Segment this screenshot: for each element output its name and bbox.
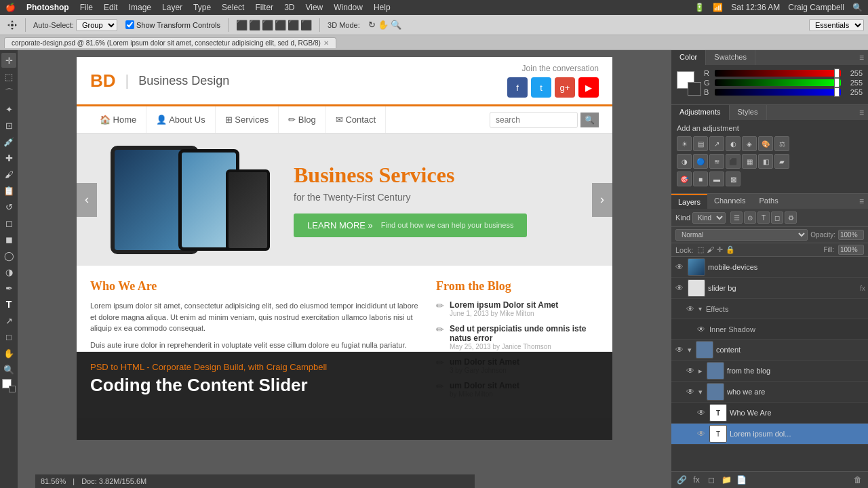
add-mask-icon[interactable]: ◻ [705, 474, 717, 486]
filter-type-icon[interactable]: T [757, 211, 770, 224]
marquee-tool-icon[interactable]: ⬚ [1, 69, 16, 84]
crop-tool-icon[interactable]: ⊡ [1, 118, 16, 133]
gradient-map-icon[interactable]: ▰ [774, 154, 789, 169]
zoom-tool-icon[interactable]: 🔍 [1, 362, 16, 377]
eraser-icon[interactable]: ◻ [1, 216, 16, 230]
gradient-icon[interactable]: ◼ [1, 232, 16, 247]
tab-styles[interactable]: Styles [730, 105, 767, 120]
align-top-icon[interactable]: ⬛ [275, 20, 286, 30]
autoselect-group[interactable]: Group Layer [76, 19, 117, 31]
rotate-icon[interactable]: ↻ [368, 20, 376, 30]
clone-stamp-icon[interactable]: 📋 [1, 183, 16, 198]
content-expand-icon[interactable]: ▾ [688, 346, 692, 354]
lock-all-icon[interactable]: 🔒 [726, 245, 735, 254]
visibility-slider-bg[interactable]: 👁 [674, 283, 685, 293]
effects-expand-icon[interactable]: ▾ [698, 305, 702, 312]
lock-transparent-icon[interactable]: ⬚ [697, 245, 704, 254]
lasso-tool-icon[interactable]: ⌒ [1, 85, 16, 100]
layer-from-blog[interactable]: 👁 ▸ from the blog [671, 361, 868, 382]
menu-edit[interactable]: Edit [104, 3, 118, 12]
visibility-who-group[interactable]: 👁 [685, 386, 696, 397]
tab-adjustments[interactable]: Adjustments [671, 105, 730, 120]
blue-bar[interactable] [715, 89, 841, 96]
visibility-inner-shadow[interactable]: 👁 [696, 324, 707, 335]
dodge-icon[interactable]: ◑ [1, 264, 16, 279]
layer-kind-select[interactable]: Kind [692, 212, 726, 224]
blend-mode-select[interactable]: Normal [675, 229, 808, 241]
search-icon[interactable]: 🔍 [852, 3, 863, 12]
pattern-fill-icon[interactable]: ▩ [726, 171, 741, 186]
tab-color[interactable]: Color [671, 50, 706, 65]
color-panel-menu[interactable]: ≡ [855, 50, 868, 65]
exposure-icon[interactable]: ◐ [726, 136, 741, 151]
layer-inner-shadow[interactable]: 👁 Inner Shadow [671, 319, 868, 340]
photo-filter-icon[interactable]: 🔵 [693, 154, 708, 169]
adj-panel-menu[interactable]: ≡ [855, 105, 868, 120]
visibility-from-blog[interactable]: 👁 [685, 365, 696, 376]
search-input[interactable] [490, 112, 578, 128]
green-bar[interactable] [715, 79, 841, 86]
move-tool-icon[interactable]: ✛ [1, 53, 16, 68]
layer-lorem-ipsum[interactable]: 👁 T Lorem ipsum dol... [671, 424, 868, 445]
tab-paths[interactable]: Paths [753, 194, 785, 209]
blur-icon[interactable]: ◯ [1, 248, 16, 263]
menu-select[interactable]: Select [222, 3, 244, 12]
menu-help[interactable]: Help [374, 3, 391, 12]
menu-filter[interactable]: Filter [255, 3, 273, 12]
opacity-input[interactable] [838, 230, 864, 240]
hsl-icon[interactable]: 🎨 [758, 136, 773, 151]
visibility-who-text[interactable]: 👁 [696, 407, 707, 418]
slider-prev[interactable]: ‹ [77, 183, 97, 217]
layers-list[interactable]: 👁 mobile-devices 👁 slider bg fx 👁 ▾ Effe… [671, 257, 868, 471]
history-brush-icon[interactable]: ↺ [1, 199, 16, 214]
layer-content[interactable]: 👁 ▾ content [671, 340, 868, 361]
learn-more-button[interactable]: LEARN MORE » Find out how we can help yo… [294, 214, 527, 237]
nav-services[interactable]: ⊞ Services [216, 106, 279, 133]
new-layer-icon[interactable]: 📄 [735, 474, 747, 486]
background-color[interactable] [688, 82, 701, 96]
filter-adjust-icon[interactable]: ⊙ [744, 211, 756, 224]
red-bar[interactable] [715, 70, 841, 77]
gradient-fill-icon[interactable]: ▬ [709, 171, 724, 186]
menu-type[interactable]: Type [193, 3, 211, 12]
selective-color-icon[interactable]: 🎯 [677, 171, 692, 186]
menu-view[interactable]: View [305, 3, 323, 12]
invert-icon[interactable]: ⬛ [726, 154, 741, 169]
solid-color-icon[interactable]: ■ [693, 171, 708, 186]
move-tool[interactable] [4, 18, 20, 32]
eyedropper-icon[interactable]: 💉 [1, 134, 16, 149]
shape-tool-icon[interactable]: □ [1, 329, 16, 344]
facebook-btn[interactable]: f [507, 77, 528, 98]
visibility-mobile-devices[interactable]: 👁 [674, 262, 685, 272]
align-right-icon[interactable]: ⬛ [262, 20, 273, 30]
levels-icon[interactable]: ▤ [693, 136, 708, 151]
tab-close-icon[interactable]: ✕ [323, 39, 329, 47]
layer-who-we-are-text[interactable]: 👁 T Who We Are [671, 403, 868, 424]
channel-mix-icon[interactable]: ≋ [709, 154, 724, 169]
menu-layer[interactable]: Layer [162, 3, 182, 12]
tab-channels[interactable]: Channels [707, 194, 752, 209]
workspace-dropdown[interactable]: Essentials [809, 19, 864, 31]
layers-panel-menu[interactable]: ≡ [855, 194, 868, 209]
heal-tool-icon[interactable]: ✚ [1, 150, 16, 165]
layer-mobile-devices[interactable]: 👁 mobile-devices [671, 257, 868, 278]
align-bottom-icon[interactable]: ⬛ [300, 20, 312, 30]
filter-pixel-icon[interactable]: ☰ [730, 211, 743, 224]
pen-tool-icon[interactable]: ✒ [1, 281, 16, 296]
menu-3d[interactable]: 3D [284, 3, 294, 12]
tab-layers[interactable]: Layers [671, 194, 707, 209]
menu-window[interactable]: Window [334, 3, 363, 12]
align-center-icon[interactable]: ⬛ [249, 20, 260, 30]
canvas-area[interactable]: BD | Business Design Join the conversati… [18, 50, 671, 488]
posterize-icon[interactable]: ▦ [742, 154, 757, 169]
add-style-icon[interactable]: fx [690, 474, 703, 486]
layer-effects[interactable]: 👁 ▾ Effects [671, 299, 868, 319]
visibility-lorem[interactable]: 👁 [696, 428, 707, 439]
vibrance-icon[interactable]: ◈ [742, 136, 757, 151]
filter-shape-icon[interactable]: ◻ [771, 211, 783, 224]
delete-layer-icon[interactable]: 🗑 [852, 474, 864, 486]
nav-contact[interactable]: ✉ Contact [326, 106, 386, 133]
search-button[interactable]: 🔍 [580, 113, 599, 127]
workspace-selector[interactable]: Essentials [809, 19, 864, 31]
pan-icon[interactable]: ✋ [378, 20, 389, 30]
